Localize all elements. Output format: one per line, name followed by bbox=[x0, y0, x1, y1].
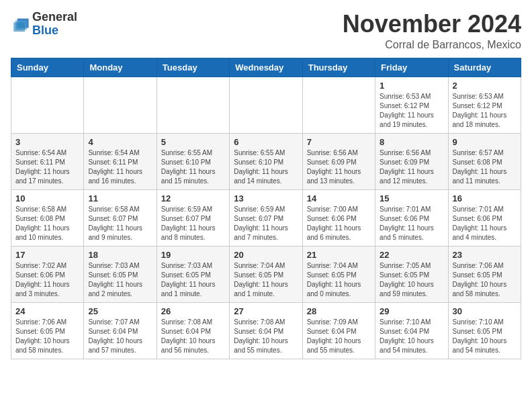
day-number: 23 bbox=[453, 250, 517, 260]
calendar-table: SundayMondayTuesdayWednesdayThursdayFrid… bbox=[11, 58, 521, 359]
day-number: 14 bbox=[307, 193, 371, 203]
day-info: Sunrise: 6:54 AM Sunset: 6:11 PM Dayligh… bbox=[15, 148, 79, 186]
day-info: Sunrise: 6:53 AM Sunset: 6:12 PM Dayligh… bbox=[453, 92, 517, 130]
location: Corral de Barrancos, Mexico bbox=[343, 39, 521, 51]
calendar-cell: 16Sunrise: 7:01 AM Sunset: 6:06 PM Dayli… bbox=[448, 189, 521, 246]
calendar-cell: 24Sunrise: 7:06 AM Sunset: 6:05 PM Dayli… bbox=[11, 302, 84, 359]
calendar-cell: 30Sunrise: 7:10 AM Sunset: 6:05 PM Dayli… bbox=[448, 302, 521, 359]
calendar-week-1: 1Sunrise: 6:53 AM Sunset: 6:12 PM Daylig… bbox=[11, 77, 521, 133]
day-info: Sunrise: 6:57 AM Sunset: 6:08 PM Dayligh… bbox=[453, 148, 517, 186]
day-number: 13 bbox=[234, 193, 298, 203]
weekday-header-tuesday: Tuesday bbox=[157, 58, 229, 77]
day-info: Sunrise: 6:55 AM Sunset: 6:10 PM Dayligh… bbox=[161, 148, 225, 186]
day-info: Sunrise: 7:07 AM Sunset: 6:04 PM Dayligh… bbox=[88, 318, 152, 355]
weekday-header-wednesday: Wednesday bbox=[230, 58, 302, 77]
day-info: Sunrise: 7:00 AM Sunset: 6:06 PM Dayligh… bbox=[307, 205, 371, 242]
day-number: 22 bbox=[380, 250, 443, 260]
month-title: November 2024 bbox=[343, 11, 521, 38]
calendar-cell: 4Sunrise: 6:54 AM Sunset: 6:11 PM Daylig… bbox=[84, 133, 157, 189]
day-number: 29 bbox=[380, 306, 443, 316]
calendar-cell: 29Sunrise: 7:10 AM Sunset: 6:04 PM Dayli… bbox=[375, 302, 448, 359]
day-info: Sunrise: 7:06 AM Sunset: 6:05 PM Dayligh… bbox=[15, 318, 79, 355]
calendar-cell bbox=[11, 77, 84, 133]
calendar-cell: 26Sunrise: 7:08 AM Sunset: 6:04 PM Dayli… bbox=[157, 302, 229, 359]
day-info: Sunrise: 7:03 AM Sunset: 6:05 PM Dayligh… bbox=[88, 261, 152, 299]
day-number: 17 bbox=[15, 250, 79, 260]
day-info: Sunrise: 7:05 AM Sunset: 6:05 PM Dayligh… bbox=[380, 261, 443, 299]
day-info: Sunrise: 7:09 AM Sunset: 6:04 PM Dayligh… bbox=[307, 318, 371, 355]
logo: General Blue bbox=[11, 11, 77, 38]
calendar-week-5: 24Sunrise: 7:06 AM Sunset: 6:05 PM Dayli… bbox=[11, 302, 521, 359]
calendar-cell: 3Sunrise: 6:54 AM Sunset: 6:11 PM Daylig… bbox=[11, 133, 84, 189]
calendar-cell: 13Sunrise: 6:59 AM Sunset: 6:07 PM Dayli… bbox=[230, 189, 302, 246]
calendar-cell: 8Sunrise: 6:56 AM Sunset: 6:09 PM Daylig… bbox=[375, 133, 448, 189]
day-number: 12 bbox=[161, 193, 225, 203]
calendar-cell: 15Sunrise: 7:01 AM Sunset: 6:06 PM Dayli… bbox=[375, 189, 448, 246]
calendar-week-2: 3Sunrise: 6:54 AM Sunset: 6:11 PM Daylig… bbox=[11, 133, 521, 189]
calendar-cell: 2Sunrise: 6:53 AM Sunset: 6:12 PM Daylig… bbox=[448, 77, 521, 133]
day-number: 11 bbox=[88, 193, 152, 203]
calendar-cell: 12Sunrise: 6:59 AM Sunset: 6:07 PM Dayli… bbox=[157, 189, 229, 246]
calendar-cell: 10Sunrise: 6:58 AM Sunset: 6:08 PM Dayli… bbox=[11, 189, 84, 246]
day-number: 7 bbox=[307, 137, 371, 147]
day-info: Sunrise: 6:56 AM Sunset: 6:09 PM Dayligh… bbox=[380, 148, 443, 186]
weekday-header-saturday: Saturday bbox=[448, 58, 521, 77]
day-info: Sunrise: 6:53 AM Sunset: 6:12 PM Dayligh… bbox=[380, 92, 443, 130]
day-number: 24 bbox=[15, 306, 79, 316]
day-info: Sunrise: 6:59 AM Sunset: 6:07 PM Dayligh… bbox=[234, 205, 298, 242]
day-info: Sunrise: 7:01 AM Sunset: 6:06 PM Dayligh… bbox=[380, 205, 443, 242]
day-number: 2 bbox=[453, 81, 517, 91]
day-info: Sunrise: 6:55 AM Sunset: 6:10 PM Dayligh… bbox=[234, 148, 298, 186]
weekday-header-friday: Friday bbox=[375, 58, 448, 77]
day-info: Sunrise: 7:08 AM Sunset: 6:04 PM Dayligh… bbox=[234, 318, 298, 355]
day-number: 4 bbox=[88, 137, 152, 147]
day-number: 10 bbox=[15, 193, 79, 203]
day-info: Sunrise: 6:58 AM Sunset: 6:07 PM Dayligh… bbox=[88, 205, 152, 242]
day-number: 20 bbox=[234, 250, 298, 260]
day-number: 28 bbox=[307, 306, 371, 316]
calendar-cell: 20Sunrise: 7:04 AM Sunset: 6:05 PM Dayli… bbox=[230, 246, 302, 302]
day-number: 19 bbox=[161, 250, 225, 260]
calendar-cell bbox=[157, 77, 229, 133]
calendar-cell: 1Sunrise: 6:53 AM Sunset: 6:12 PM Daylig… bbox=[375, 77, 448, 133]
day-number: 1 bbox=[380, 81, 443, 91]
day-number: 16 bbox=[453, 193, 517, 203]
day-number: 3 bbox=[15, 137, 79, 147]
weekday-header-monday: Monday bbox=[84, 58, 157, 77]
day-number: 25 bbox=[88, 306, 152, 316]
day-info: Sunrise: 7:10 AM Sunset: 6:04 PM Dayligh… bbox=[380, 318, 443, 355]
day-number: 26 bbox=[161, 306, 225, 316]
page-header: General Blue November 2024 Corral de Bar… bbox=[11, 11, 521, 51]
day-number: 27 bbox=[234, 306, 298, 316]
calendar-cell bbox=[230, 77, 302, 133]
day-number: 8 bbox=[380, 137, 443, 147]
day-info: Sunrise: 7:04 AM Sunset: 6:05 PM Dayligh… bbox=[307, 261, 371, 299]
svg-marker-2 bbox=[13, 22, 25, 32]
day-info: Sunrise: 7:04 AM Sunset: 6:05 PM Dayligh… bbox=[234, 261, 298, 299]
day-number: 5 bbox=[161, 137, 225, 147]
logo-text: General Blue bbox=[32, 11, 77, 38]
calendar-cell bbox=[84, 77, 157, 133]
calendar-cell: 19Sunrise: 7:03 AM Sunset: 6:05 PM Dayli… bbox=[157, 246, 229, 302]
calendar-cell bbox=[302, 77, 375, 133]
weekday-header-sunday: Sunday bbox=[11, 58, 84, 77]
day-info: Sunrise: 7:06 AM Sunset: 6:05 PM Dayligh… bbox=[453, 261, 517, 299]
calendar-cell: 5Sunrise: 6:55 AM Sunset: 6:10 PM Daylig… bbox=[157, 133, 229, 189]
calendar-cell: 27Sunrise: 7:08 AM Sunset: 6:04 PM Dayli… bbox=[230, 302, 302, 359]
title-block: November 2024 Corral de Barrancos, Mexic… bbox=[343, 11, 521, 51]
calendar-cell: 23Sunrise: 7:06 AM Sunset: 6:05 PM Dayli… bbox=[448, 246, 521, 302]
logo-icon bbox=[11, 15, 30, 34]
day-info: Sunrise: 7:01 AM Sunset: 6:06 PM Dayligh… bbox=[453, 205, 517, 242]
calendar-cell: 17Sunrise: 7:02 AM Sunset: 6:06 PM Dayli… bbox=[11, 246, 84, 302]
weekday-header-thursday: Thursday bbox=[302, 58, 375, 77]
day-info: Sunrise: 7:02 AM Sunset: 6:06 PM Dayligh… bbox=[15, 261, 79, 299]
calendar-cell: 14Sunrise: 7:00 AM Sunset: 6:06 PM Dayli… bbox=[302, 189, 375, 246]
day-info: Sunrise: 6:59 AM Sunset: 6:07 PM Dayligh… bbox=[161, 205, 225, 242]
calendar-week-4: 17Sunrise: 7:02 AM Sunset: 6:06 PM Dayli… bbox=[11, 246, 521, 302]
calendar-cell: 9Sunrise: 6:57 AM Sunset: 6:08 PM Daylig… bbox=[448, 133, 521, 189]
calendar-cell: 11Sunrise: 6:58 AM Sunset: 6:07 PM Dayli… bbox=[84, 189, 157, 246]
day-number: 15 bbox=[380, 193, 443, 203]
calendar-cell: 7Sunrise: 6:56 AM Sunset: 6:09 PM Daylig… bbox=[302, 133, 375, 189]
calendar-cell: 22Sunrise: 7:05 AM Sunset: 6:05 PM Dayli… bbox=[375, 246, 448, 302]
day-info: Sunrise: 7:08 AM Sunset: 6:04 PM Dayligh… bbox=[161, 318, 225, 355]
